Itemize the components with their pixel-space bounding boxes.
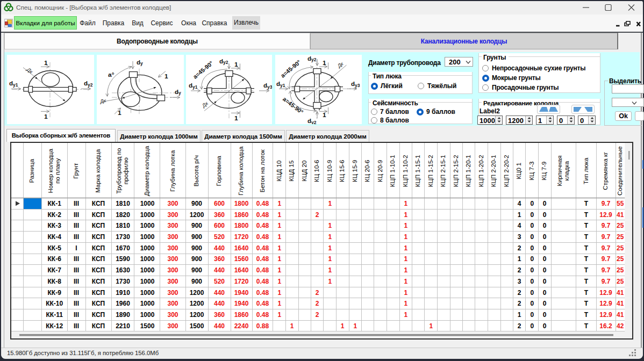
svg-text:dу3: dу3 [263,82,272,89]
svg-text:12.9: 12.9 [599,311,612,319]
svg-text:КЦД 15: КЦД 15 [288,161,295,182]
svg-text:III: III [74,266,79,274]
svg-text:1: 1 [44,59,48,67]
svg-text:2: 2 [518,244,521,252]
svg-text:12.9: 12.9 [599,300,612,307]
svg-text:1: 1 [404,278,407,285]
svg-text:1: 1 [518,311,521,319]
svg-text:Горловина: Горловина [216,155,222,186]
svg-text:1810: 1810 [116,222,130,229]
svg-text:41: 41 [617,211,624,219]
svg-text:КК-6: КК-6 [48,255,62,263]
svg-text:0: 0 [543,255,547,263]
svg-text:1: 1 [404,200,407,207]
svg-text:Стремянка кг: Стремянка кг [602,152,609,190]
svg-text:0: 0 [530,244,534,252]
svg-text:КК-3: КК-3 [48,222,62,229]
svg-text:2240: 2240 [234,322,249,330]
svg-text:КК-9: КК-9 [48,289,62,297]
svg-text:1800: 1800 [234,222,249,229]
svg-text:КК-2: КК-2 [48,211,62,219]
svg-text:300: 300 [167,300,178,307]
svg-text:3: 3 [518,233,521,241]
svg-text:0.48: 0.48 [256,244,269,252]
svg-text:0: 0 [543,289,547,297]
svg-text:III: III [74,255,79,263]
svg-text:dу2: dу2 [307,55,317,62]
svg-text:1: 1 [404,233,407,241]
svg-text:900: 900 [191,255,202,263]
svg-text:профилю: профилю [123,157,129,185]
svg-text:1: 1 [277,300,281,307]
svg-text:900: 900 [191,233,202,241]
svg-text:900: 900 [191,266,202,274]
svg-text:300: 300 [167,244,178,252]
svg-text:0: 0 [530,289,534,297]
svg-text:КК-11: КК-11 [46,311,63,319]
svg-text:9.7: 9.7 [602,233,611,241]
svg-text:0: 0 [530,322,534,330]
svg-text:1890: 1890 [116,311,130,319]
svg-text:300: 300 [167,289,178,297]
svg-text:КСП: КСП [92,278,105,285]
svg-text:1860: 1860 [234,211,249,219]
svg-text:I: I [75,244,77,252]
svg-text:3: 3 [518,278,521,285]
svg-text:Высота р/ч: Высота р/ч [193,155,199,186]
svg-text:по плану: по плану [54,158,61,184]
svg-text:III: III [74,222,79,229]
svg-text:55: 55 [617,200,624,207]
svg-text:1720: 1720 [234,233,249,241]
svg-text:Марка колодца: Марка колодца [95,149,101,193]
svg-text:КЦП 1-10-1: КЦП 1-10-1 [389,155,396,187]
svg-text:41: 41 [617,311,624,319]
svg-text:1500: 1500 [190,322,204,330]
svg-text:1: 1 [328,266,332,274]
svg-text:1820: 1820 [116,211,130,219]
svg-text:КЦ 10-9: КЦ 10-9 [326,160,333,182]
svg-text:0: 0 [530,255,534,263]
svg-text:1000: 1000 [140,255,155,263]
svg-text:КК-1: КК-1 [48,200,62,207]
svg-text:2: 2 [518,266,521,274]
svg-text:1730: 1730 [116,233,130,241]
svg-text:25: 25 [617,278,624,285]
svg-text:9.7: 9.7 [602,200,611,207]
svg-text:III: III [74,233,79,241]
svg-text:1640: 1640 [234,244,249,252]
svg-text:a=45-90°: a=45-90° [280,59,302,79]
svg-text:1000: 1000 [140,278,155,285]
svg-text:Т: Т [584,200,589,207]
svg-text:КЦП 2-20-1: КЦП 2-20-1 [490,155,497,187]
svg-text:1: 1 [277,222,281,229]
svg-text:III: III [74,211,79,219]
svg-text:4: 4 [518,222,521,229]
svg-text:0: 0 [543,322,547,330]
svg-text:1720: 1720 [234,278,249,285]
svg-text:Т: Т [584,255,589,263]
svg-text:1000: 1000 [140,211,155,219]
svg-text:25: 25 [617,255,624,263]
svg-text:КСП: КСП [92,200,105,207]
svg-text:1: 1 [404,311,407,319]
svg-text:300: 300 [167,266,178,274]
svg-text:1: 1 [404,222,407,229]
svg-text:9.7: 9.7 [602,278,611,285]
svg-text:Т: Т [584,300,589,307]
svg-text:9.7: 9.7 [602,222,611,229]
svg-text:КЦ0 1: КЦ0 1 [516,163,522,179]
svg-text:dу2: dу2 [84,80,93,87]
svg-text:440: 440 [214,300,225,307]
svg-text:2: 2 [316,211,319,219]
svg-text:1000: 1000 [140,222,155,229]
svg-text:1: 1 [323,111,326,119]
svg-text:300: 300 [167,255,178,263]
svg-text:1: 1 [277,233,281,241]
svg-text:2: 2 [316,300,319,307]
svg-text:1000: 1000 [140,289,155,297]
svg-text:360: 360 [214,255,225,263]
svg-text:600: 600 [214,222,225,229]
svg-text:1: 1 [44,113,48,120]
svg-text:Дк: Дк [25,66,34,75]
svg-text:КСП: КСП [92,266,105,274]
